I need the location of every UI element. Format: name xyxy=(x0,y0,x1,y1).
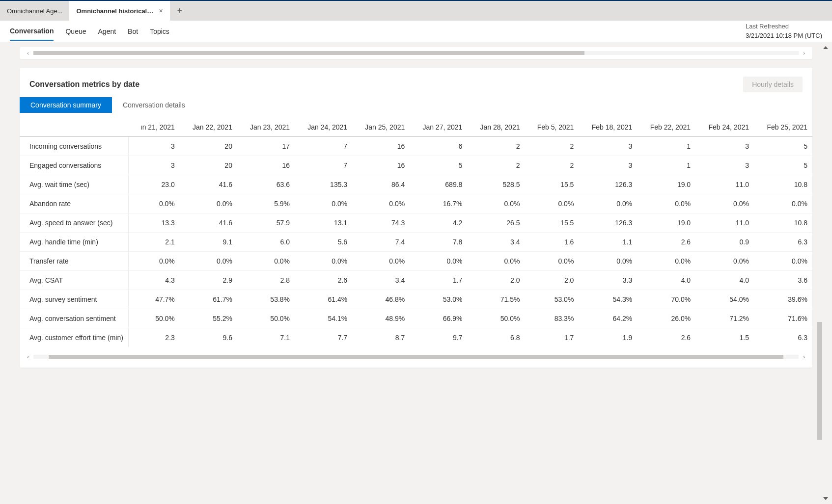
metric-cell: 0.0% xyxy=(237,252,295,271)
table-row: Avg. wait time (sec)23.041.663.6135.386.… xyxy=(20,175,812,194)
metric-cell: 16 xyxy=(237,156,295,175)
table-horizontal-scrollbar[interactable]: ‹ › xyxy=(20,351,812,360)
column-header[interactable]: Feb 24, 2021 xyxy=(695,118,754,137)
column-header[interactable]: Feb 25, 2021 xyxy=(754,118,812,137)
metric-cell: 6 xyxy=(410,137,467,156)
metrics-table-wrap: ın 21, 2021Jan 22, 2021Jan 23, 2021Jan 2… xyxy=(20,118,812,347)
scroll-track[interactable] xyxy=(33,51,799,55)
metric-cell: 50.0% xyxy=(237,309,295,328)
hourly-details-button[interactable]: Hourly details xyxy=(743,77,803,92)
metric-cell: 16 xyxy=(352,156,410,175)
metric-cell: 7.4 xyxy=(352,233,410,252)
metric-cell: 689.8 xyxy=(410,175,467,194)
tab-conversation-details[interactable]: Conversation details xyxy=(112,97,196,113)
metric-cell: 70.0% xyxy=(637,290,695,309)
metric-cell: 13.3 xyxy=(128,213,179,233)
scroll-thumb[interactable] xyxy=(49,355,783,359)
nav-bot[interactable]: Bot xyxy=(128,23,138,40)
metric-cell: 0.0% xyxy=(754,194,812,213)
column-header[interactable]: Feb 18, 2021 xyxy=(579,118,637,137)
table-row: Avg. CSAT4.32.92.82.63.41.72.02.03.34.04… xyxy=(20,271,812,290)
metric-cell: 3.4 xyxy=(352,271,410,290)
scroll-track[interactable] xyxy=(33,355,799,359)
scroll-down-icon[interactable] xyxy=(823,497,828,500)
metric-cell: 126.3 xyxy=(579,213,637,233)
nav-conversation[interactable]: Conversation xyxy=(10,22,54,41)
metric-cell: 39.6% xyxy=(754,290,812,309)
row-label: Avg. speed to answer (sec) xyxy=(20,213,128,233)
metric-cell: 0.0% xyxy=(467,252,525,271)
metric-cell: 16.7% xyxy=(410,194,467,213)
nav-agent[interactable]: Agent xyxy=(98,23,116,40)
metric-cell: 2.6 xyxy=(637,233,695,252)
scroll-left-icon[interactable]: ‹ xyxy=(26,354,30,360)
metric-cell: 17 xyxy=(237,137,295,156)
metric-cell: 0.0% xyxy=(579,252,637,271)
metric-cell: 41.6 xyxy=(180,175,237,194)
metric-cell: 0.0% xyxy=(525,252,579,271)
upper-horizontal-scrollbar[interactable]: ‹ › xyxy=(20,47,812,59)
metric-cell: 20 xyxy=(180,156,237,175)
metric-cell: 2.6 xyxy=(295,271,352,290)
metric-cell: 61.4% xyxy=(295,290,352,309)
metric-cell: 11.0 xyxy=(695,213,754,233)
scroll-right-icon[interactable]: › xyxy=(802,354,806,360)
metric-cell: 7 xyxy=(295,137,352,156)
metric-cell: 1.6 xyxy=(525,233,579,252)
metric-cell: 61.7% xyxy=(180,290,237,309)
column-header[interactable]: Feb 22, 2021 xyxy=(637,118,695,137)
metric-cell: 0.0% xyxy=(754,252,812,271)
new-tab-button[interactable]: + xyxy=(170,1,190,21)
metric-cell: 2.0 xyxy=(467,271,525,290)
tab-omnichannel-agent[interactable]: Omnichannel Age... xyxy=(0,1,69,21)
metric-cell: 26.5 xyxy=(467,213,525,233)
tab-conversation-summary[interactable]: Conversation summary xyxy=(20,97,112,113)
column-header[interactable]: Jan 27, 2021 xyxy=(410,118,467,137)
metric-cell: 10.8 xyxy=(754,175,812,194)
metric-cell: 1.9 xyxy=(579,328,637,347)
header-blank xyxy=(20,118,128,137)
tab-omnichannel-historical[interactable]: Omnichannel historical an... × xyxy=(69,1,169,21)
metric-cell: 0.0% xyxy=(295,252,352,271)
nav-queue[interactable]: Queue xyxy=(65,23,86,40)
plus-icon: + xyxy=(177,6,182,16)
metric-cell: 16 xyxy=(352,137,410,156)
row-label: Avg. customer effort time (min) xyxy=(20,328,128,347)
metric-cell: 2.3 xyxy=(128,328,179,347)
metric-cell: 3.3 xyxy=(579,271,637,290)
scroll-right-icon[interactable]: › xyxy=(802,50,806,56)
metric-cell: 9.6 xyxy=(180,328,237,347)
column-header[interactable]: Jan 24, 2021 xyxy=(295,118,352,137)
column-header[interactable]: ın 21, 2021 xyxy=(128,118,179,137)
metric-cell: 15.5 xyxy=(525,213,579,233)
metric-cell: 10.8 xyxy=(754,213,812,233)
vertical-scrollbar-thumb[interactable] xyxy=(817,322,822,440)
metric-cell: 19.0 xyxy=(637,213,695,233)
metric-cell: 48.9% xyxy=(352,309,410,328)
metric-cell: 1.7 xyxy=(410,271,467,290)
metric-cell: 2.1 xyxy=(128,233,179,252)
column-header[interactable]: Jan 22, 2021 xyxy=(180,118,237,137)
nav-topics[interactable]: Topics xyxy=(150,23,169,40)
metric-cell: 9.7 xyxy=(410,328,467,347)
metric-cell: 41.6 xyxy=(180,213,237,233)
metric-cell: 55.2% xyxy=(180,309,237,328)
scroll-thumb[interactable] xyxy=(33,51,584,55)
metric-cell: 2.0 xyxy=(525,271,579,290)
column-header[interactable]: Jan 28, 2021 xyxy=(467,118,525,137)
row-label: Avg. CSAT xyxy=(20,271,128,290)
metric-cell: 9.1 xyxy=(180,233,237,252)
scroll-left-icon[interactable]: ‹ xyxy=(26,50,30,56)
column-header[interactable]: Jan 25, 2021 xyxy=(352,118,410,137)
column-header[interactable]: Jan 23, 2021 xyxy=(237,118,295,137)
metric-cell: 6.0 xyxy=(237,233,295,252)
table-row: Engaged conversations320167165223135 xyxy=(20,156,812,175)
metric-cell: 2.8 xyxy=(237,271,295,290)
column-header[interactable]: Feb 5, 2021 xyxy=(525,118,579,137)
close-icon[interactable]: × xyxy=(159,7,163,15)
metric-cell: 15.5 xyxy=(525,175,579,194)
row-label: Abandon rate xyxy=(20,194,128,213)
metric-cell: 6.3 xyxy=(754,233,812,252)
scroll-up-icon[interactable] xyxy=(823,46,828,49)
metric-cell: 0.0% xyxy=(695,252,754,271)
